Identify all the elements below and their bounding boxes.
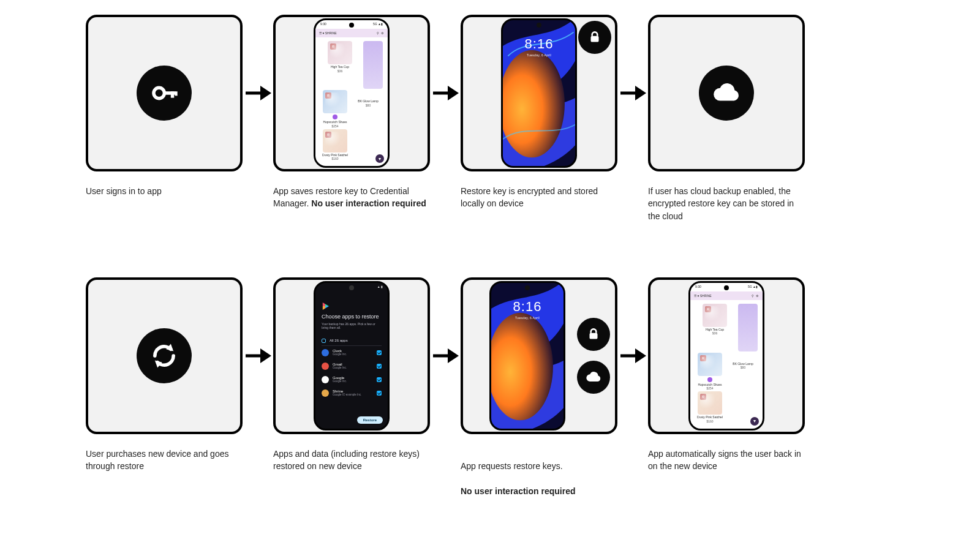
key-icon: [137, 66, 192, 121]
svg-rect-3: [175, 91, 178, 96]
restore-button: Restore: [357, 416, 383, 424]
lock-date: Tuesday, 6 April: [503, 53, 575, 57]
app-publisher: Google IO example Inc.: [333, 393, 373, 396]
product-price: $36: [712, 331, 717, 335]
arrow: [243, 15, 273, 171]
lock-date: Tuesday, 6 April: [491, 316, 564, 320]
product-thumb: R: [323, 90, 347, 113]
caption-text: If user has cloud backup enabled, the en…: [648, 186, 794, 221]
step-new-device: User purchases new device and goes throu…: [86, 277, 243, 473]
product-price: $80: [366, 103, 371, 107]
app-avatar: [322, 389, 329, 397]
phone-lockscreen: 8:16 Tuesday, 6 April: [501, 18, 577, 168]
caption: Restore key is encrypted and stored loca…: [461, 185, 617, 210]
phone-notch: [537, 23, 541, 28]
card-sync: [86, 277, 243, 434]
card-shrine-app-restored: 9:30 5G ▲▮ ☰ ♥ SHRINE ⚲ ⚙ R High Tea Cup…: [648, 277, 805, 434]
side-icon-stack: [577, 318, 610, 394]
product-side-tile: [738, 304, 758, 351]
phone-shrine: 9:30 5G ▲▮ ☰ ♥ SHRINE ⚲ ⚙ R High Tea Cup…: [314, 18, 390, 168]
lock-icon: [578, 21, 611, 54]
checkbox-icon: [377, 350, 382, 355]
flow-row-1: User signs in to app 9:30 5G ▲▮ ☰ ♥ SHRI…: [86, 15, 894, 222]
arrow: [617, 277, 648, 434]
phone-content: R High Tea Cup $36 R Hopscotch Shoes $25…: [690, 300, 763, 427]
caption-text: App automatically signs the user back in…: [648, 449, 801, 471]
product-price: $254: [331, 124, 338, 128]
fab-scroll: [750, 417, 759, 426]
checkbox-icon: [377, 364, 382, 369]
arrow-right-icon: [432, 83, 459, 103]
product-tile: BK Glow Lamp $80: [728, 353, 758, 391]
caption-text: User purchases new device and goes throu…: [86, 449, 228, 471]
phone-restore: ▲ ▮ Choose apps to restore Your backup h…: [314, 281, 390, 430]
status-right: 5G ▲▮: [748, 285, 758, 291]
product-price: $160: [331, 157, 338, 160]
caption-bold: No user interaction required: [311, 198, 426, 208]
cloud-icon: [577, 361, 610, 394]
lock-icon: [577, 318, 610, 351]
product-thumb: R: [323, 129, 347, 152]
product-thumb: R: [698, 353, 722, 376]
restore-app-item: GmailGoogle Inc.: [322, 359, 382, 373]
product-thumb: R: [703, 304, 727, 327]
caption: User signs in to app: [86, 185, 243, 197]
restore-subtitle: Your backup has 26 apps. Pick a few or b…: [322, 322, 382, 330]
svg-marker-5: [260, 86, 271, 100]
product-price: $254: [706, 386, 713, 390]
status-right: 5G ▲▮: [373, 22, 383, 29]
caption: User purchases new device and goes throu…: [86, 448, 243, 473]
play-store-icon: [322, 303, 329, 310]
lock-time: 8:16: [503, 36, 575, 52]
restore-title: Choose apps to restore: [322, 314, 382, 320]
svg-rect-1: [164, 91, 176, 94]
appbar-brand: ☰ ♥ SHRINE: [694, 294, 712, 298]
step-restore-apps: ▲ ▮ Choose apps to restore Your backup h…: [273, 277, 430, 473]
appbar-icons: ⚲ ⚙: [377, 31, 384, 35]
caption-text: Apps and data (including restore keys) r…: [273, 449, 420, 471]
product-side-tile: [363, 41, 383, 89]
lockscreen-clock: 8:16 Tuesday, 6 April: [503, 36, 575, 57]
phone-app-bar: ☰ ♥ SHRINE ⚲ ⚙: [315, 29, 388, 37]
card-request-keys: 8:16 Tuesday, 6 April: [461, 277, 617, 434]
phone-notch: [349, 285, 354, 290]
app-avatar: [322, 376, 329, 383]
step-cloud: If user has cloud backup enabled, the en…: [648, 15, 805, 222]
svg-rect-21: [590, 333, 598, 339]
step-save-key: 9:30 5G ▲▮ ☰ ♥ SHRINE ⚲ ⚙ R High Tea Cup…: [273, 15, 430, 210]
checkbox-icon: [322, 339, 326, 343]
caption: App requests restore keys. No user inter…: [461, 448, 617, 509]
overlay-lock: [578, 21, 611, 54]
caption: Apps and data (including restore keys) r…: [273, 448, 430, 473]
product-tile: R High Tea Cup $36: [320, 41, 360, 89]
app-publisher: Google Inc.: [333, 380, 373, 383]
step-signin: User signs in to app: [86, 15, 243, 197]
step-auto-signin: 9:30 5G ▲▮ ☰ ♥ SHRINE ⚲ ⚙ R High Tea Cup…: [648, 277, 805, 473]
restore-app-item: ShrineGoogle IO example Inc.: [322, 386, 382, 400]
arrow-right-icon: [432, 346, 459, 366]
flow-row-2: User purchases new device and goes throu…: [86, 277, 894, 509]
caption-bold: No user interaction required: [461, 486, 575, 496]
step-encrypt-local: 8:16 Tuesday, 6 April Restore key is enc…: [461, 15, 617, 210]
fab-scroll: [375, 154, 384, 163]
card-restore-apps: ▲ ▮ Choose apps to restore Your backup h…: [273, 277, 430, 434]
card-cloud: [648, 15, 805, 171]
lock-time: 8:16: [491, 299, 564, 315]
color-chip: [707, 377, 712, 382]
status-time: 9:30: [320, 22, 326, 29]
caption: App saves restore key to Credential Mana…: [273, 185, 430, 210]
step-request-keys: 8:16 Tuesday, 6 April App: [461, 277, 617, 509]
sync-icon: [137, 328, 192, 383]
svg-rect-2: [171, 91, 174, 97]
arrow: [243, 277, 273, 434]
caption: If user has cloud backup enabled, the en…: [648, 185, 805, 222]
arrow-right-icon: [619, 346, 646, 366]
product-price: $160: [706, 419, 713, 423]
caption-text: User signs in to app: [86, 186, 162, 196]
app-publisher: Google Inc.: [333, 353, 373, 356]
cloud-icon: [699, 66, 754, 121]
product-tile: R High Tea Cup $36: [695, 304, 734, 351]
product-tile: R Hopscotch Shoes $254: [320, 90, 350, 128]
svg-point-0: [154, 88, 164, 99]
phone-shrine: 9:30 5G ▲▮ ☰ ♥ SHRINE ⚲ ⚙ R High Tea Cup…: [688, 281, 764, 430]
